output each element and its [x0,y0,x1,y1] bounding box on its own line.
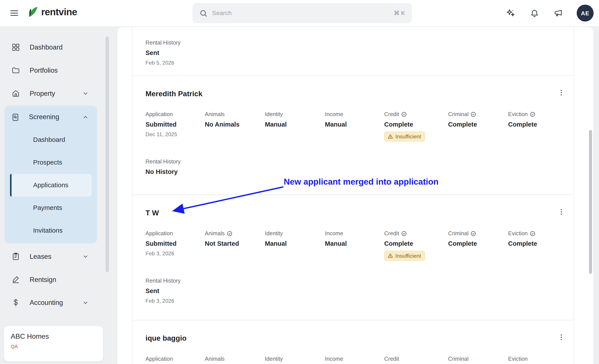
card-menu-button[interactable] [555,330,568,344]
sidebar-item-screening-invitations[interactable]: Invitations [5,219,97,242]
sidebar-item-label: Applications [33,181,69,189]
field-application: Application Submitted Dec 11, 2025 [145,111,205,137]
search-input[interactable] [212,10,389,17]
applicant-card-t-w: T W Application Submitted Feb 3, 2026 An… [132,195,574,320]
field-application: Application Submitted Feb 3, 2026 [145,230,205,257]
dashboard-icon [11,43,20,51]
sparkles-icon [506,8,515,18]
badge-check-icon [401,230,407,236]
applicant-name: T W [145,209,563,217]
sidebar-item-screening-applications[interactable]: Applications [10,174,92,197]
sidebar-item-dashboard[interactable]: Dashboard [0,36,112,59]
insufficient-badge: Insufficient [384,132,425,142]
sidebar-item-property[interactable]: Property [0,82,112,105]
chevron-down-icon [82,253,88,260]
field-credit: Credit Complete Insufficient [384,111,448,141]
chevron-down-icon [82,90,88,96]
card-menu-button[interactable] [555,205,568,219]
rental-history: Rental History Sent Feb 3, 2026 [145,278,563,304]
rental-history: Rental History No History [145,158,563,176]
sidebar-item-label: Prospects [33,159,62,166]
applicant-name: ique baggio [145,334,563,343]
badge-check-icon [401,111,407,117]
screening-doc-icon [11,113,20,121]
insufficient-badge: Insufficient [384,251,425,261]
notifications-button[interactable] [529,8,540,18]
field-identity: Identity Manual [265,111,325,128]
dollar-icon [11,298,20,307]
applicant-card-meredith-patrick: Meredith Patrick Application Submitted D… [132,75,574,195]
badge-check-icon [471,230,476,236]
card-menu-button[interactable] [555,86,568,100]
sidebar-item-label: Leases [30,253,51,261]
field-label: Rental History [145,40,563,46]
field-value: Sent [145,49,563,57]
field-animals: Animals No Animals [205,111,265,128]
field-criminal: Criminal Complete [448,230,508,247]
hamburger-icon [10,8,19,18]
sidebar-nav: Dashboard Portfolios Property [0,26,112,314]
rentvine-logo-icon [28,6,38,18]
screening-fields-row: Application Animals Identity Income Cred… [145,356,563,362]
user-avatar[interactable]: AE [577,5,594,22]
rentvine-logo[interactable]: rentvine [28,6,77,18]
badge-check-icon [471,111,476,117]
screening-fields-row: Application Submitted Feb 3, 2026 Animal… [145,230,563,261]
sidebar-scrollbar[interactable] [106,36,109,272]
warning-icon [388,253,393,259]
sidebar: Dashboard Portfolios Property [0,26,112,364]
announcements-button[interactable] [553,8,564,18]
search-icon [199,9,208,17]
field-identity: Identity Manual [265,230,325,247]
screening-fields-row: Application Submitted Dec 11, 2025 Anima… [145,111,563,141]
clipboard-icon [11,252,20,261]
sidebar-item-label: Accounting [30,298,63,307]
sidebar-item-screening[interactable]: Screening [5,106,97,128]
account-environment-badge: QA [11,344,96,349]
sidebar-item-label: Invitations [33,227,63,234]
sidebar-item-screening-dashboard[interactable]: Dashboard [5,128,97,151]
account-name: ABC Homes [11,333,96,341]
sidebar-item-leases[interactable]: Leases [0,245,112,268]
account-card[interactable]: ABC Homes QA [4,326,103,361]
app-window: rentvine ⌘ K [0,0,599,364]
field-criminal: Criminal Complete [448,111,508,128]
sidebar-item-portfolios[interactable]: Portfolios [0,59,112,82]
sidebar-item-label: Dashboard [30,43,63,51]
field-credit: Credit Complete Insufficient [384,230,448,261]
topbar-actions: AE [505,0,599,26]
applications-panel: Rental History Sent Feb 5, 2026 Meredith… [117,27,593,364]
chevron-down-icon [82,300,88,306]
search-shortcut-hint: ⌘ K [394,10,405,17]
applicant-card-ique-baggio: ique baggio Application Animals Identity… [132,320,574,364]
screening-group: Screening Dashboard Prospects Applicatio… [5,106,97,244]
field-date: Feb 5, 2026 [145,59,563,66]
bell-icon [530,9,539,18]
megaphone-icon [554,9,563,18]
sidebar-item-label: Screening [29,113,59,121]
sidebar-item-label: Dashboard [33,136,65,144]
sidebar-item-rentsign[interactable]: Rentsign [0,268,112,291]
sidebar-item-screening-prospects[interactable]: Prospects [5,151,97,174]
kebab-icon [557,89,565,96]
topbar: rentvine ⌘ K [0,0,599,26]
signature-pen-icon [11,275,20,284]
sidebar-item-screening-payments[interactable]: Payments [5,196,97,219]
content-scrollbar[interactable] [589,130,592,274]
sidebar-item-label: Portfolios [30,66,58,74]
badge-check-icon [227,230,232,236]
sidebar-item-label: Property [30,89,55,98]
field-eviction: Eviction Complete [508,111,563,128]
field-income: Income Manual [325,230,384,247]
logo-wordmark: rentvine [41,6,77,17]
building-icon [11,89,20,98]
sidebar-item-accounting[interactable]: Accounting [0,291,112,314]
global-search[interactable]: ⌘ K [193,3,412,23]
applicant-card-partial: Rental History Sent Feb 5, 2026 [132,27,574,76]
ai-assistant-button[interactable] [505,8,516,18]
chevron-up-icon [82,114,88,120]
hamburger-menu-button[interactable] [9,7,20,19]
badge-check-icon [529,230,535,236]
field-animals: Animals Not Started [205,230,265,247]
kebab-icon [557,333,565,341]
